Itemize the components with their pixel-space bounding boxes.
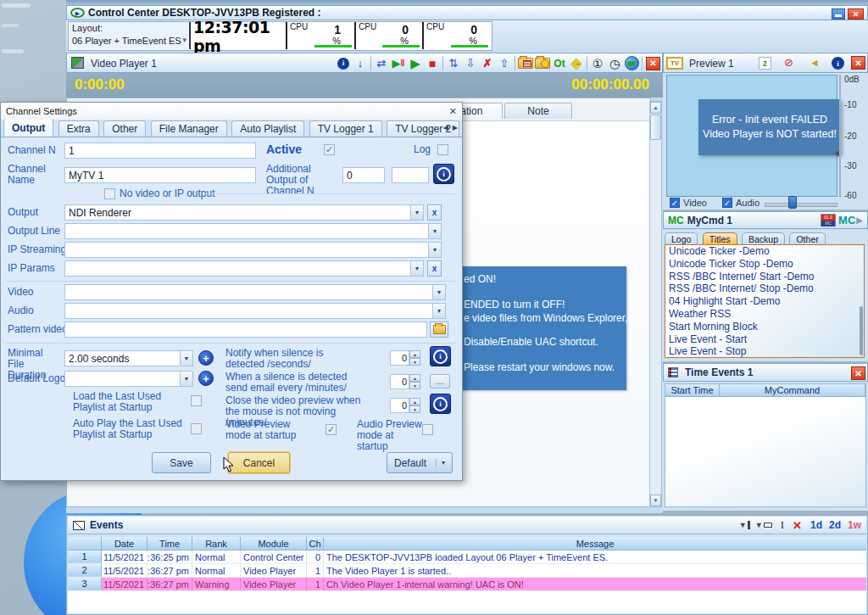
info-button[interactable]: i <box>430 394 451 414</box>
output-clear-button[interactable]: x <box>427 204 442 221</box>
mute-icon[interactable]: ⊘ <box>784 56 793 69</box>
column-header-ch[interactable]: Ch <box>307 537 324 551</box>
min-duration-combo[interactable]: 2.00 seconds▾ <box>64 350 193 366</box>
goto-icon[interactable]: ◆→ <box>568 55 585 71</box>
save-button[interactable]: Save <box>152 452 211 473</box>
chevron-down-icon[interactable]: ▾ <box>432 304 445 318</box>
download-icon[interactable]: ↓ <box>352 55 369 71</box>
scroll-up-icon[interactable]: ▲ <box>650 102 661 114</box>
tab-extra[interactable]: Extra <box>58 120 99 137</box>
list-item[interactable]: Start Morning Block <box>665 321 864 333</box>
list-item[interactable]: Live Event - Start <box>665 333 864 346</box>
mycmd-scroll-thumb[interactable] <box>860 306 863 355</box>
log-checkbox[interactable] <box>437 144 448 155</box>
output-line-combo[interactable]: ▾ <box>64 223 442 239</box>
ip-streaming-combo[interactable]: ▾ <box>64 242 442 258</box>
dialog-close-icon[interactable]: ✕ <box>449 106 457 117</box>
volume-track[interactable] <box>839 75 841 198</box>
clear-filter-icon[interactable]: ✕ <box>793 519 802 532</box>
sort-arrows-icon[interactable]: ⇅ <box>445 55 462 71</box>
additional-output-input2[interactable] <box>392 167 429 183</box>
column-header-message[interactable]: Message <box>324 537 866 551</box>
spin-down-icon[interactable]: ▼ <box>409 358 420 366</box>
list-item[interactable]: RSS /BBC Internet/ Start -Demo <box>665 271 864 283</box>
player-close-button[interactable]: ✕ <box>646 57 660 70</box>
ip-params-clear-button[interactable]: x <box>427 260 442 277</box>
move-down-icon[interactable]: ⇩ <box>462 55 479 71</box>
tab-file-manager[interactable]: File Manager <box>151 120 227 137</box>
column-header-time[interactable]: Time <box>147 537 192 551</box>
circled-one-icon[interactable]: ① <box>589 55 606 71</box>
audio-slider-thumb[interactable] <box>788 196 797 209</box>
default-logo-combo[interactable]: ▾ <box>64 371 193 387</box>
tab-other[interactable]: Other <box>103 120 146 137</box>
spin-down-icon[interactable]: ▼ <box>409 382 420 389</box>
tab-scroll-right-icon[interactable]: ▶ <box>453 124 458 131</box>
layout-selector[interactable]: Layout: 06 Player + TimeEvent ES ▾ <box>70 22 188 49</box>
tab-scroll-left-icon[interactable]: ◀ <box>443 124 448 131</box>
open-media-folder-icon[interactable] <box>517 55 534 71</box>
chevron-down-icon[interactable]: ▾ <box>410 261 423 276</box>
swap-icon[interactable]: ⇄ <box>373 55 390 71</box>
events-header[interactable]: Events ▼ ▼ I ✕ 1d 2d 1w <box>68 517 866 534</box>
mycmd-header[interactable]: MC MyCmd 1 01.0 MC MC ▶ <box>663 211 868 229</box>
mc-run-icon[interactable]: ▶ <box>856 215 863 225</box>
video-checkbox[interactable] <box>670 198 680 208</box>
scroll-thumb[interactable] <box>650 115 661 140</box>
close-button[interactable]: ✕ <box>848 8 864 20</box>
scheduled-folder-icon[interactable] <box>534 55 551 71</box>
no-video-checkbox[interactable] <box>104 188 115 199</box>
add-logo-button[interactable]: + <box>198 371 214 386</box>
table-row[interactable]: 1 11/5/2021 12:36:25 pm Normal Control C… <box>68 551 866 564</box>
info-button[interactable]: i <box>430 346 451 366</box>
player-header[interactable]: Video Player 1 i ↓ ⇄ ▶‖ ▶ ■ ⇅ ⇩ ✗ ⇧ Ot ◆… <box>66 53 663 73</box>
volume-marker-icon[interactable] <box>835 150 839 157</box>
mc-run-label[interactable]: MC <box>838 214 855 226</box>
column-header-mycommand[interactable]: MyCommand <box>720 384 865 397</box>
chevron-down-icon[interactable]: ▾ <box>180 351 192 366</box>
speaker-icon[interactable]: ◄ <box>810 57 820 69</box>
notify-silence-spinner[interactable]: 0 ▲▼ <box>390 350 420 366</box>
refresh-icon[interactable]: z <box>759 57 771 70</box>
time-events-header[interactable]: Time Events 1 ✕ <box>663 363 868 382</box>
column-header-rank[interactable]: Rank <box>192 537 241 551</box>
tab-backup[interactable]: Backup <box>742 232 785 245</box>
close-preview-spinner[interactable]: 0 ▲▼ <box>390 398 420 413</box>
scroll-down-icon[interactable]: ▼ <box>650 495 661 506</box>
chevron-down-icon[interactable]: ▾ <box>432 285 445 299</box>
move-up-icon[interactable]: ⇧ <box>496 55 513 71</box>
add-duration-button[interactable]: + <box>198 350 214 366</box>
list-item[interactable]: 04 Highlight Start -Demo <box>665 295 864 308</box>
dialog-titlebar[interactable]: Channel Settings ✕ <box>1 103 462 120</box>
preview-close-button[interactable]: ✕ <box>851 56 865 70</box>
load-last-checkbox[interactable] <box>191 395 202 406</box>
info-icon[interactable]: i <box>335 55 352 71</box>
column-header-date[interactable]: Date <box>102 537 147 551</box>
cancel-button[interactable]: Cancel <box>228 452 290 473</box>
play-pause-icon[interactable]: ▶‖ <box>390 55 407 71</box>
spin-up-icon[interactable]: ▲ <box>409 398 420 405</box>
play-icon[interactable]: ▶ <box>407 55 424 71</box>
player-scrollbar[interactable]: ▲ ▼ <box>649 101 662 507</box>
filter-icon[interactable]: ▼ <box>739 521 750 529</box>
column-header-module[interactable]: Module <box>241 537 307 551</box>
chevron-down-icon[interactable]: ▾ <box>428 243 441 257</box>
channel-name-input[interactable]: MyTV 1 <box>64 167 256 183</box>
channel-n-input[interactable]: 1 <box>64 143 256 159</box>
titlebar[interactable]: ▶ Control Center DESKTOP-JVV13PB Registe… <box>66 5 868 20</box>
globe-icon[interactable] <box>623 55 640 71</box>
chevron-down-icon[interactable]: ▾ <box>428 224 441 238</box>
column-header-start-time[interactable]: Start Time <box>665 384 720 397</box>
audio-checkbox[interactable] <box>722 198 732 208</box>
video-preview-checkbox[interactable] <box>326 424 337 435</box>
chevron-down-icon[interactable]: ▾ <box>410 205 423 220</box>
ip-params-combo[interactable]: ▾ <box>64 260 424 277</box>
spin-up-icon[interactable]: ▲ <box>409 350 420 358</box>
additional-output-input[interactable]: 0 <box>342 167 385 183</box>
autoplay-last-checkbox[interactable] <box>191 423 202 434</box>
tab-logo[interactable]: Logo <box>665 232 698 245</box>
pattern-video-input[interactable] <box>64 321 427 338</box>
range-2d[interactable]: 2d <box>829 519 841 531</box>
browse-folder-button[interactable] <box>430 321 448 338</box>
text-cursor-icon[interactable]: I <box>781 518 784 532</box>
